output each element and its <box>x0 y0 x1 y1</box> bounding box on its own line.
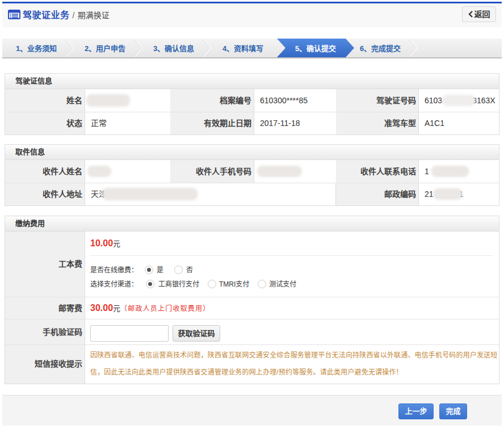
svg-text:1、业务须知: 1、业务须知 <box>16 44 57 53</box>
svg-text:3、确认信息: 3、确认信息 <box>153 44 194 53</box>
svg-text:5、确认提交: 5、确认提交 <box>295 44 336 53</box>
svg-text:6、完成提交: 6、完成提交 <box>360 44 401 53</box>
svg-text:2、用户申告: 2、用户申告 <box>85 44 125 53</box>
svg-text:4、资料填写: 4、资料填写 <box>222 44 263 53</box>
